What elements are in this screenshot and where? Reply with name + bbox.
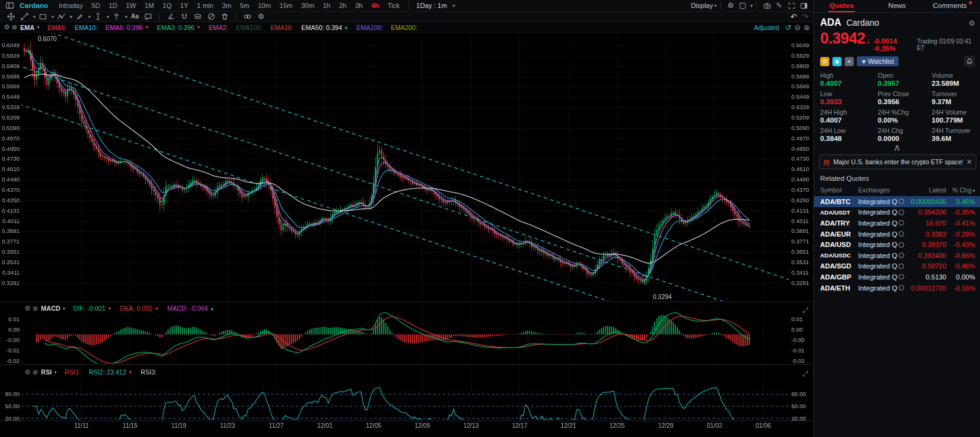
timeframe-3m[interactable]: 3m [217, 2, 235, 9]
macd-expand-icon[interactable] [802, 305, 809, 316]
timeframe-1Q[interactable]: 1Q [158, 2, 176, 9]
timeframe-15m[interactable]: 15m [275, 2, 296, 9]
timeframe-5D[interactable]: 5D [87, 2, 104, 9]
related-quote-row[interactable]: ADA/EURIntegrated Q0.3383-0.29% [814, 229, 980, 240]
pair-symbol: ADA/GBP [820, 273, 858, 281]
panel-settings-icon[interactable]: ⚙ [968, 19, 975, 28]
timeframe-3h[interactable]: 3h [351, 2, 367, 9]
reset-zoom-icon[interactable]: ↺ [785, 23, 791, 32]
alert-bell-icon[interactable] [964, 56, 975, 67]
stat-label: Open [878, 72, 932, 80]
tab-quotes[interactable]: Quotes [814, 0, 869, 12]
timeframe-1min[interactable]: 1 min [192, 2, 217, 9]
chevron-down-icon: ▾ [33, 14, 36, 20]
related-quote-row[interactable]: ADA/BTCIntegrated Q0.000004360.46% [814, 196, 980, 207]
pan-icon[interactable] [5, 12, 17, 21]
related-quote-row[interactable]: ADA/USDIntegrated Q0.39370-0.43% [814, 239, 980, 250]
news-banner[interactable]: ▤ Major U.S. banks enter the crypto ETF … [819, 154, 976, 169]
comment-icon[interactable] [142, 12, 154, 21]
redo-icon[interactable]: ↷ [802, 12, 809, 21]
screenshot-icon[interactable] [761, 1, 773, 10]
adjusted-toggle[interactable]: Adjusted [754, 24, 779, 31]
exchange-info-icon [899, 199, 904, 204]
rsi-expand-icon[interactable] [802, 368, 809, 379]
close-icon[interactable]: ✕ [967, 158, 972, 166]
related-quote-row[interactable]: ADA/GBPIntegrated Q0.51300.00% [814, 272, 980, 283]
indicator-name[interactable]: RSI [41, 368, 52, 376]
arrow-up-icon[interactable] [110, 12, 123, 21]
hide-icon[interactable] [205, 12, 217, 21]
settings-icon[interactable]: ⚙ [255, 12, 267, 21]
timeframe-1W[interactable]: 1W [122, 2, 141, 9]
indicator-name[interactable]: MACD [41, 305, 61, 312]
trendline-icon[interactable] [18, 12, 31, 21]
chart-symbol[interactable]: Cardano [20, 2, 48, 9]
display-menu[interactable]: Display [691, 2, 713, 9]
column-header-symbol[interactable]: Symbol [820, 186, 858, 194]
exchange-cell: Integrated Q [858, 230, 906, 238]
timeframe-1D[interactable]: 1D [104, 2, 121, 9]
panel-right-icon[interactable] [797, 1, 810, 10]
timeframe-30m[interactable]: 30m [297, 2, 318, 9]
indicator-settings-icon[interactable]: ⚙ [4, 23, 10, 31]
indicator-remove-icon[interactable]: ⊗ [12, 23, 17, 31]
magnet-icon[interactable] [178, 12, 190, 21]
timeframe-10m[interactable]: 10m [254, 2, 275, 9]
timeframe-Intraday[interactable]: Intraday [55, 2, 88, 9]
chevron-down-icon: ▾ [51, 14, 54, 20]
angle-icon[interactable]: ∠ [165, 12, 177, 21]
indicator-remove-icon[interactable]: ⊗ [32, 368, 38, 376]
exchange-name: Integrated Q [858, 252, 897, 259]
ema-indicator-bar: ⚙ ⊗ EMA ▾ EMA5:EMA10:EMA5:0.396▼EMA3:0.3… [0, 22, 813, 33]
price-label: 0.5569 [1, 83, 20, 89]
ema-label: EMA100: [356, 24, 383, 31]
tag-badge-icon: ◆ [832, 57, 842, 66]
link-icon[interactable] [241, 12, 254, 21]
related-quote-row[interactable]: ADA/TRYIntegrated Q16.970-0.41% [814, 218, 980, 229]
column-header-latest[interactable]: Latest [906, 186, 946, 194]
brush-icon[interactable] [74, 12, 86, 21]
zoom-out-icon[interactable]: ⊖ [794, 23, 801, 32]
indicator-name[interactable]: EMA [20, 24, 34, 31]
indicator-remove-icon[interactable]: ⊗ [32, 305, 38, 313]
layers-icon[interactable] [192, 12, 204, 21]
delete-icon[interactable] [219, 12, 231, 21]
period-selector[interactable]: 1Day : 1m [412, 2, 451, 9]
zoom-in-icon[interactable]: ⊕ [804, 23, 810, 32]
draw-icon[interactable]: ✎ [773, 1, 785, 10]
related-quote-row[interactable]: ADA/USDCIntegrated Q0.393400-0.66% [814, 250, 980, 261]
related-quote-row[interactable]: ADA/USDTIntegrated Q0.394200-0.35% [814, 207, 980, 218]
exchange-cell: Integrated Q [858, 252, 906, 259]
related-quote-row[interactable]: ADA/SGDIntegrated Q0.50720-0.46% [814, 261, 980, 272]
timeframe-Tick[interactable]: Tick [383, 2, 404, 9]
font-icon[interactable]: Aa [129, 12, 141, 21]
timeframe-4h[interactable]: 4h [367, 2, 383, 9]
price-label: 0.5929 [1, 53, 20, 59]
tab-news[interactable]: News [869, 0, 924, 12]
indicator-settings-icon[interactable]: ⚙ [24, 368, 31, 376]
macd-item: DIF:-0.001▼ [74, 305, 112, 312]
timeframe-1M[interactable]: 1M [140, 2, 158, 9]
column-header-exchanges[interactable]: Exchanges [858, 186, 906, 194]
related-quote-row[interactable]: ADA/ETHIntegrated Q0.00012720-0.16% [814, 283, 980, 294]
undo-icon[interactable]: ↶ [790, 12, 797, 21]
tab-comments[interactable]: Comments [925, 0, 980, 12]
timeframe-2h[interactable]: 2h [334, 2, 350, 9]
price-label: 0.4370 [791, 187, 809, 193]
layout-icon[interactable] [737, 1, 749, 10]
timeframe-1Y[interactable]: 1Y [176, 2, 192, 9]
price-label: 0.5090 [791, 125, 809, 131]
timeframe-5m[interactable]: 5m [236, 2, 254, 9]
text-cursor-icon[interactable] [92, 12, 104, 21]
collapse-stats-icon[interactable]: ∧ [814, 145, 980, 152]
rectangle-icon[interactable] [37, 12, 49, 21]
column-header-chg[interactable]: % Chg▾ [946, 186, 975, 194]
polyline-icon[interactable] [55, 12, 67, 21]
fullscreen-icon[interactable] [785, 1, 797, 10]
split-pane-icon[interactable] [4, 1, 16, 10]
watchlist-button[interactable]: ♥ Watchlist [857, 56, 899, 66]
indicator-settings-icon[interactable]: ⚙ [24, 305, 31, 313]
timeframe-1h[interactable]: 1h [318, 2, 334, 9]
settings-icon[interactable]: ⚙ [725, 1, 737, 10]
price-label: 0.3411 [1, 270, 20, 276]
